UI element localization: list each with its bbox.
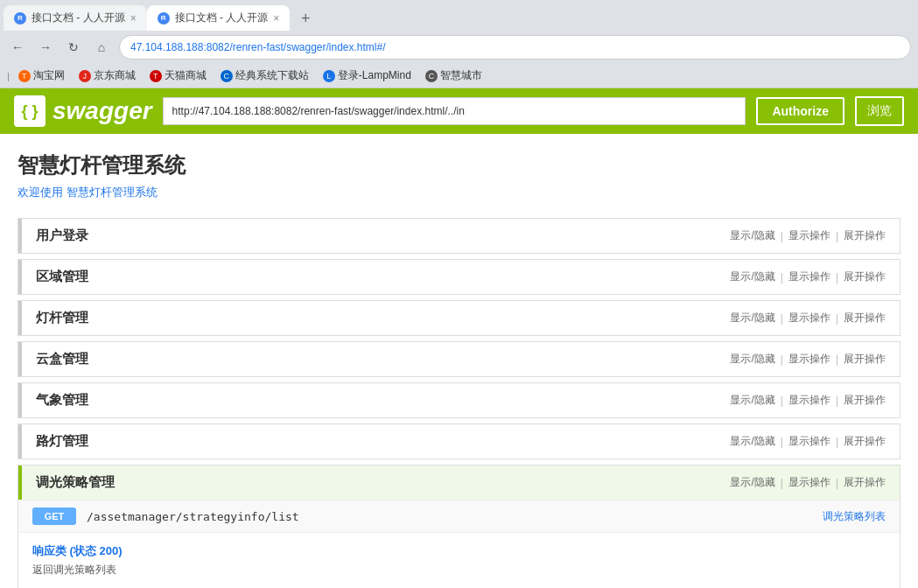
api-sections-list: 用户登录 显示/隐藏 | 显示操作 | 展开操作 区域管理 显示/隐藏 | 显示… <box>18 218 900 588</box>
api-section-header-weather[interactable]: 气象管理 显示/隐藏 | 显示操作 | 展开操作 <box>18 383 900 417</box>
expand-ops-dimming[interactable]: 展开操作 <box>844 475 886 490</box>
response-title: 响应类 (状态 200) <box>32 543 886 559</box>
show-hide-pole[interactable]: 显示/隐藏 <box>730 311 774 326</box>
expand-ops-cloud[interactable]: 展开操作 <box>844 352 886 367</box>
expand-ops-pole[interactable]: 展开操作 <box>844 311 886 326</box>
authorize-button[interactable]: Authorize <box>756 97 844 125</box>
expand-ops-login[interactable]: 展开操作 <box>844 228 886 243</box>
bookmark-city[interactable]: C 智慧城市 <box>420 66 487 85</box>
swagger-url-input[interactable] <box>163 97 746 125</box>
back-button[interactable]: ← <box>7 37 28 58</box>
api-section-actions-pole: 显示/隐藏 | 显示操作 | 展开操作 <box>730 311 886 326</box>
response-description: 返回调光策略列表 <box>32 563 886 578</box>
show-ops-login[interactable]: 显示操作 <box>788 228 830 243</box>
tab-active[interactable]: R 接口文档 - 人人开源 × <box>147 5 291 31</box>
show-hide-dimming[interactable]: 显示/隐藏 <box>730 475 774 490</box>
bookmark-icon-taobao: T <box>18 70 31 82</box>
api-section-actions-weather: 显示/隐藏 | 显示操作 | 展开操作 <box>730 393 886 408</box>
show-hide-login[interactable]: 显示/隐藏 <box>730 228 774 243</box>
bookmark-label-city: 智慧城市 <box>440 68 482 83</box>
system-subtitle: 欢迎使用 智慧灯杆管理系统 <box>18 185 900 200</box>
forward-button[interactable]: → <box>35 37 56 58</box>
api-section-actions-dimming: 显示/隐藏 | 显示操作 | 展开操作 <box>730 475 886 490</box>
api-section-actions-streetlight: 显示/隐藏 | 显示操作 | 展开操作 <box>730 434 886 449</box>
api-section-weather: 气象管理 显示/隐藏 | 显示操作 | 展开操作 <box>18 382 900 418</box>
endpoint-path: /assetmanager/strategyinfo/list <box>87 510 823 523</box>
show-ops-area[interactable]: 显示操作 <box>788 270 830 284</box>
api-section-header-streetlight[interactable]: 路灯管理 显示/隐藏 | 显示操作 | 展开操作 <box>18 424 900 458</box>
api-section-name-streetlight: 路灯管理 <box>36 433 730 450</box>
bookmark-label-jd: 京东商城 <box>94 68 136 83</box>
bookmark-tmall[interactable]: T 天猫商城 <box>144 66 212 85</box>
tab-close-1[interactable]: × <box>130 12 137 24</box>
tab-favicon: R <box>14 12 26 24</box>
expand-ops-streetlight[interactable]: 展开操作 <box>844 434 886 449</box>
bookmark-icon-tmall: T <box>150 70 162 82</box>
address-text: 47.104.188.188:8082/renren-fast/swagger/… <box>130 41 386 53</box>
tab-inactive[interactable]: R 接口文档 - 人人开源 × <box>4 5 147 31</box>
api-section-name-pole: 灯杆管理 <box>36 310 730 326</box>
bookmark-jd[interactable]: J 京东商城 <box>74 66 141 85</box>
home-button[interactable]: ⌂ <box>91 37 112 58</box>
api-section-header-area[interactable]: 区域管理 显示/隐藏 | 显示操作 | 展开操作 <box>18 260 900 294</box>
bookmark-taobao[interactable]: T 淘宝网 <box>13 66 70 85</box>
subtitle-prefix: 欢迎使用 <box>18 186 63 199</box>
tab-bar: R 接口文档 - 人人开源 × R 接口文档 - 人人开源 × + <box>0 0 918 31</box>
bookmark-icon-city: C <box>425 70 438 82</box>
endpoint-description: 调光策略列表 <box>823 509 886 524</box>
bookmark-classic[interactable]: C 经典系统下载站 <box>215 66 314 85</box>
api-section-header-pole[interactable]: 灯杆管理 显示/隐藏 | 显示操作 | 展开操作 <box>18 301 900 335</box>
show-ops-pole[interactable]: 显示操作 <box>788 311 830 326</box>
bookmark-label-taobao: 淘宝网 <box>33 68 65 83</box>
show-hide-weather[interactable]: 显示/隐藏 <box>730 393 774 408</box>
api-section-cloud: 云盒管理 显示/隐藏 | 显示操作 | 展开操作 <box>18 341 900 377</box>
api-section-name-weather: 气象管理 <box>36 392 730 409</box>
bookmark-label-classic: 经典系统下载站 <box>235 68 309 83</box>
main-content: 智慧灯杆管理系统 欢迎使用 智慧灯杆管理系统 用户登录 显示/隐藏 | 显示操作… <box>0 134 918 588</box>
show-ops-weather[interactable]: 显示操作 <box>788 393 830 408</box>
api-section-actions-login: 显示/隐藏 | 显示操作 | 展开操作 <box>730 228 886 243</box>
show-ops-dimming[interactable]: 显示操作 <box>788 475 830 490</box>
api-section-header-cloud[interactable]: 云盒管理 显示/隐藏 | 显示操作 | 展开操作 <box>18 342 900 376</box>
browse-button[interactable]: 浏览 <box>855 96 904 126</box>
bookmark-label-lamp: 登录-LampMind <box>338 68 411 83</box>
api-section-name-dimming: 调光策略管理 <box>36 474 730 491</box>
swagger-header: { } swagger Authorize 浏览 <box>0 88 918 134</box>
bookmarks-label: | <box>7 71 10 81</box>
swagger-logo-icon: { } <box>14 95 46 127</box>
system-title: 智慧灯杆管理系统 <box>18 151 900 179</box>
endpoint-row-list[interactable]: GET /assetmanager/strategyinfo/list 调光策略… <box>18 500 900 532</box>
show-hide-area[interactable]: 显示/隐藏 <box>730 270 774 284</box>
address-bar-row: ← → ↻ ⌂ 47.104.188.188:8082/renren-fast/… <box>0 31 918 64</box>
show-ops-cloud[interactable]: 显示操作 <box>788 352 830 367</box>
expand-ops-area[interactable]: 展开操作 <box>844 270 886 284</box>
api-section-streetlight: 路灯管理 显示/隐藏 | 显示操作 | 展开操作 <box>18 424 900 459</box>
bookmarks-bar: | T 淘宝网 J 京东商城 T 天猫商城 C 经典系统下载站 L 登录-Lam… <box>0 64 918 88</box>
show-hide-cloud[interactable]: 显示/隐藏 <box>730 352 774 367</box>
tab-favicon-active: R <box>158 12 170 24</box>
tab-title-1: 接口文档 - 人人开源 <box>32 10 125 25</box>
api-section-login: 用户登录 显示/隐藏 | 显示操作 | 展开操作 <box>18 218 900 254</box>
api-section-header-login[interactable]: 用户登录 显示/隐藏 | 显示操作 | 展开操作 <box>18 219 900 253</box>
tab-close-2[interactable]: × <box>273 12 279 24</box>
http-method-get: GET <box>32 508 76 525</box>
bookmark-lamp[interactable]: L 登录-LampMind <box>318 66 417 85</box>
bookmark-label-tmall: 天猫商城 <box>165 68 207 83</box>
api-section-name-cloud: 云盒管理 <box>36 351 730 368</box>
expand-ops-weather[interactable]: 展开操作 <box>844 393 886 408</box>
tab-title-2: 接口文档 - 人人开源 <box>175 10 269 25</box>
show-ops-streetlight[interactable]: 显示操作 <box>788 434 830 449</box>
bookmark-icon-lamp: L <box>323 70 335 82</box>
swagger-logo-text: swagger <box>53 97 152 125</box>
bookmark-icon-jd: J <box>79 70 91 82</box>
new-tab-button[interactable]: + <box>293 6 318 31</box>
subtitle-link[interactable]: 智慧灯杆管理系统 <box>67 186 158 199</box>
response-section: 响应类 (状态 200) 返回调光策略列表 <box>18 532 900 588</box>
api-section-area: 区域管理 显示/隐藏 | 显示操作 | 展开操作 <box>18 259 900 295</box>
refresh-button[interactable]: ↻ <box>63 37 84 58</box>
bookmark-icon-classic: C <box>221 70 233 82</box>
api-section-name-area: 区域管理 <box>36 269 730 285</box>
address-field[interactable]: 47.104.188.188:8082/renren-fast/swagger/… <box>119 35 911 60</box>
show-hide-streetlight[interactable]: 显示/隐藏 <box>730 434 774 449</box>
api-section-header-dimming[interactable]: 调光策略管理 显示/隐藏 | 显示操作 | 展开操作 <box>18 466 900 500</box>
